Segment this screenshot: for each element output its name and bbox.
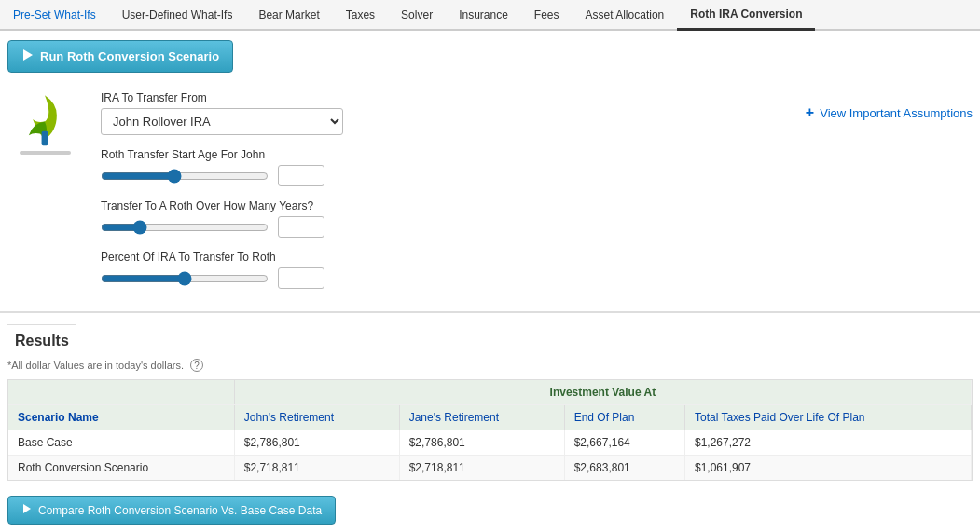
start-age-slider-row: 63 <box>101 165 787 186</box>
dollar-note-row: *All dollar Values are in today's dollar… <box>7 359 973 372</box>
assumptions-area: + View Important Assumptions <box>806 95 973 121</box>
start-age-field-group: Roth Transfer Start Age For John 63 <box>101 148 787 186</box>
percent-label: Percent Of IRA To Transfer To Roth <box>101 251 787 264</box>
start-age-label: Roth Transfer Start Age For John <box>101 148 787 161</box>
years-value[interactable]: 7 <box>278 216 324 238</box>
compare-button[interactable]: Compare Roth Conversion Scenario Vs. Bas… <box>7 496 336 525</box>
tab-insurance[interactable]: Insurance <box>446 0 521 29</box>
years-slider-row: 7 <box>101 216 787 238</box>
percent-field-group: Percent Of IRA To Transfer To Roth 50 <box>101 251 787 289</box>
col-end-of-plan: End Of Plan <box>564 405 684 430</box>
roth-scenario-janes: $2,718,811 <box>399 456 564 481</box>
base-case-johns: $2,786,801 <box>234 430 399 456</box>
col-total-taxes: Total Taxes Paid Over Life Of Plan <box>684 405 971 430</box>
logo-area <box>7 91 82 302</box>
roth-scenario-taxes: $1,061,907 <box>684 456 971 481</box>
tab-userdefined-whatifs[interactable]: User-Defined What-Ifs <box>109 0 246 29</box>
assumptions-label: View Important Assumptions <box>820 106 973 120</box>
view-assumptions-link[interactable]: + View Important Assumptions <box>806 104 973 121</box>
results-heading: Results <box>7 324 76 353</box>
tab-roth-ira-conversion[interactable]: Roth IRA Conversion <box>677 0 815 31</box>
roth-scenario-johns: $2,718,811 <box>234 456 399 481</box>
base-case-taxes: $1,267,272 <box>684 430 971 456</box>
compare-play-icon <box>21 503 33 517</box>
col-johns-retirement: John's Retirement <box>234 405 399 430</box>
investment-value-header: Investment Value At <box>234 380 971 405</box>
base-case-end: $2,667,164 <box>564 430 684 456</box>
col-janes-retirement: Jane's Retirement <box>399 405 564 430</box>
years-slider[interactable] <box>101 220 269 235</box>
tab-preset-whatifs[interactable]: Pre-Set What-Ifs <box>0 0 109 29</box>
roth-scenario-end: $2,683,801 <box>564 456 684 481</box>
svg-rect-0 <box>42 131 48 145</box>
tab-fees[interactable]: Fees <box>521 0 573 29</box>
tab-bear-market[interactable]: Bear Market <box>245 0 332 29</box>
dollar-note-text: *All dollar Values are in today's dollar… <box>7 360 184 371</box>
plus-icon: + <box>806 104 814 121</box>
start-age-slider[interactable] <box>101 169 269 184</box>
col-scenario: Scenario Name <box>8 405 234 430</box>
roth-scenario-name: Roth Conversion Scenario <box>8 456 234 481</box>
start-age-value[interactable]: 63 <box>278 165 324 186</box>
percent-slider-row: 50 <box>101 267 787 289</box>
compare-button-label: Compare Roth Conversion Scenario Vs. Bas… <box>38 504 322 517</box>
logo-bar <box>20 151 71 155</box>
tab-taxes[interactable]: Taxes <box>333 0 388 29</box>
base-case-name: Base Case <box>8 430 234 456</box>
results-table-wrap: Investment Value At Scenario Name John's… <box>7 379 973 481</box>
tab-solver[interactable]: Solver <box>388 0 446 29</box>
main-content: IRA To Transfer From John Rollover IRA J… <box>0 82 980 311</box>
years-label: Transfer To A Roth Over How Many Years? <box>101 199 787 212</box>
play-icon <box>21 48 35 64</box>
percent-value[interactable]: 50 <box>278 267 324 289</box>
results-table: Investment Value At Scenario Name John's… <box>8 380 972 480</box>
ira-label: IRA To Transfer From <box>101 91 787 104</box>
tab-asset-allocation[interactable]: Asset Allocation <box>573 0 678 29</box>
table-row: Base Case $2,786,801 $2,786,801 $2,667,1… <box>8 430 972 456</box>
ira-select[interactable]: John Rollover IRA Jane Rollover IRA <box>101 108 343 135</box>
base-case-janes: $2,786,801 <box>399 430 564 456</box>
percent-slider[interactable] <box>101 271 269 286</box>
info-icon[interactable]: ? <box>190 359 203 372</box>
table-row: Roth Conversion Scenario $2,718,811 $2,7… <box>8 456 972 481</box>
app-logo <box>17 91 73 147</box>
run-button-label: Run Roth Conversion Scenario <box>40 49 219 63</box>
years-field-group: Transfer To A Roth Over How Many Years? … <box>101 199 787 238</box>
form-area: IRA To Transfer From John Rollover IRA J… <box>101 91 787 302</box>
results-header-row: Results <box>0 313 980 355</box>
nav-tabs: Pre-Set What-Ifs User-Defined What-Ifs B… <box>0 0 980 31</box>
run-roth-conversion-button[interactable]: Run Roth Conversion Scenario <box>7 40 233 73</box>
ira-field-group: IRA To Transfer From John Rollover IRA J… <box>101 91 787 135</box>
